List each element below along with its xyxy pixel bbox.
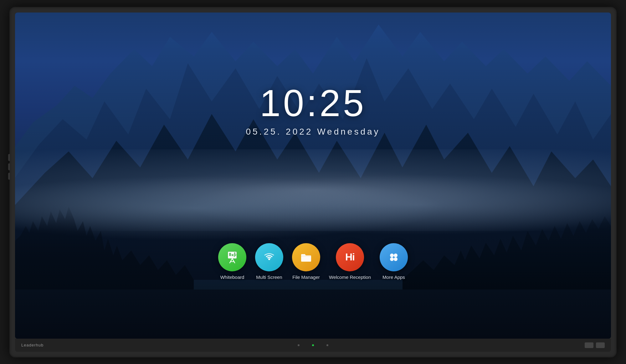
app-welcome-reception[interactable]: Hi Welcome Reception bbox=[329, 243, 371, 280]
monitor: 10:25 05.25. 2022 Wednesday bbox=[9, 7, 617, 357]
svg-point-13 bbox=[394, 257, 398, 261]
app-file-manager[interactable]: File Manager bbox=[292, 243, 320, 280]
bottom-btn-2[interactable] bbox=[596, 342, 605, 348]
welcome-reception-icon-bg[interactable]: Hi bbox=[336, 243, 364, 271]
side-button-3[interactable] bbox=[8, 173, 10, 180]
file-manager-icon-bg[interactable] bbox=[292, 243, 320, 271]
side-buttons bbox=[8, 154, 10, 180]
bottom-bar: Leaderhub bbox=[15, 339, 611, 352]
svg-rect-6 bbox=[232, 254, 233, 256]
app-whiteboard[interactable]: Whiteboard bbox=[218, 243, 246, 280]
multi-screen-icon-bg[interactable] bbox=[255, 243, 283, 271]
welcome-reception-label: Welcome Reception bbox=[329, 274, 371, 280]
multi-screen-label: Multi Screen bbox=[256, 274, 282, 280]
brand-logo: Leaderhub bbox=[21, 343, 44, 347]
whiteboard-svg bbox=[225, 250, 239, 264]
app-more-apps[interactable]: More Apps bbox=[380, 243, 408, 280]
mist-3 bbox=[134, 169, 611, 241]
side-button-1[interactable] bbox=[8, 154, 10, 161]
whiteboard-label: Whiteboard bbox=[220, 274, 244, 280]
side-button-2[interactable] bbox=[8, 163, 10, 170]
svg-point-11 bbox=[394, 254, 398, 257]
file-manager-label: File Manager bbox=[292, 274, 320, 280]
clock-container: 10:25 05.25. 2022 Wednesday bbox=[246, 84, 380, 137]
svg-line-2 bbox=[230, 259, 232, 263]
multiscreen-svg bbox=[262, 250, 276, 264]
bottom-dot-power[interactable] bbox=[312, 344, 314, 346]
clock-time: 10:25 bbox=[246, 84, 380, 122]
more-apps-icon-bg[interactable] bbox=[380, 243, 408, 271]
hi-text: Hi bbox=[345, 251, 355, 263]
whiteboard-icon-bg[interactable] bbox=[218, 243, 246, 271]
svg-point-9 bbox=[268, 258, 270, 260]
more-apps-label: More Apps bbox=[382, 274, 405, 280]
app-multi-screen[interactable]: Multi Screen bbox=[255, 243, 283, 280]
svg-line-3 bbox=[232, 259, 235, 263]
folder-svg bbox=[299, 250, 313, 264]
bottom-btn-1[interactable] bbox=[585, 342, 593, 348]
apps-row: Whiteboard Multi Screen bbox=[218, 243, 408, 280]
clock-date: 05.25. 2022 Wednesday bbox=[246, 127, 380, 137]
screen: 10:25 05.25. 2022 Wednesday bbox=[15, 13, 611, 339]
svg-point-12 bbox=[390, 257, 394, 261]
bottom-dots bbox=[298, 344, 328, 346]
grid-svg bbox=[387, 250, 401, 264]
svg-point-10 bbox=[390, 254, 394, 257]
bottom-dot-3 bbox=[326, 344, 328, 346]
bottom-dot-1 bbox=[298, 344, 300, 346]
ground bbox=[15, 290, 611, 338]
bottom-right-controls bbox=[585, 342, 605, 348]
svg-rect-5 bbox=[229, 253, 231, 256]
